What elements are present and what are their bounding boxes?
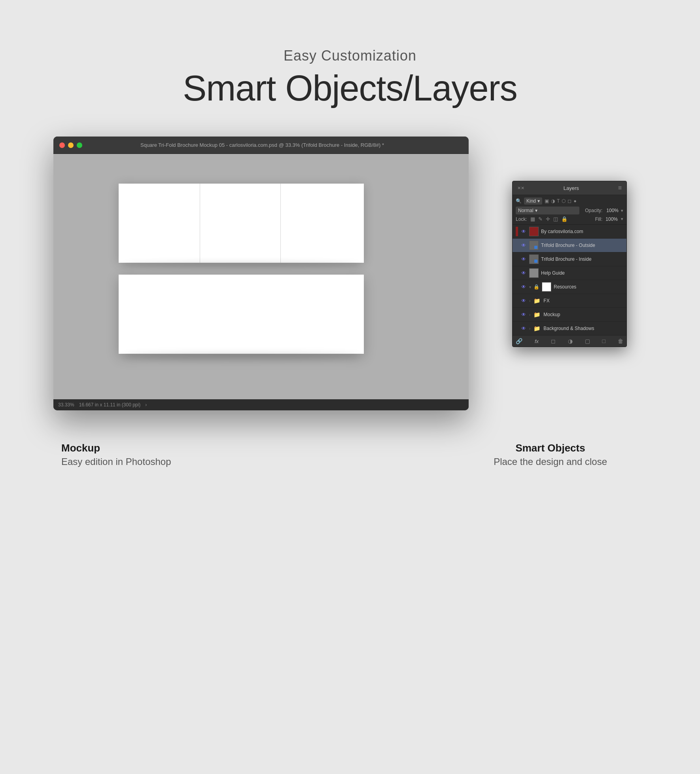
search-icon: 🔍: [516, 198, 522, 204]
layer-row[interactable]: 👁 Trifold Brochure - Inside: [513, 252, 626, 266]
layer-visibility-toggle[interactable]: 👁: [520, 229, 527, 234]
layer-chevron-icon[interactable]: ›: [529, 326, 530, 331]
header-section: Easy Customization Smart Objects/Layers: [183, 47, 517, 109]
layers-menu-icon[interactable]: ≡: [618, 184, 622, 192]
mac-statusbar: 33.33% 16.667 in x 11.11 in (300 ppi) ›: [53, 399, 469, 410]
mask-icon[interactable]: ◻: [551, 338, 556, 344]
caption-right: Smart Objects Place the design and close: [494, 442, 607, 467]
fill-value: 100%: [605, 216, 618, 222]
adjustment-icon[interactable]: ◑: [551, 198, 555, 204]
mac-window: Square Tri-Fold Brochure Mockup 05 - car…: [53, 137, 469, 410]
layer-thumbnail: [529, 254, 539, 264]
smart-object-icon[interactable]: ◻: [568, 198, 571, 204]
blend-mode-chevron: ▾: [535, 208, 537, 213]
layer-visibility-toggle[interactable]: 👁: [520, 312, 527, 317]
opacity-label: Opacity:: [585, 208, 602, 213]
effects-icon[interactable]: ●: [573, 198, 576, 204]
type-icon[interactable]: T: [557, 198, 560, 204]
layer-row[interactable]: 👁 › 📁 Background & Shadows: [513, 322, 626, 336]
fx-icon[interactable]: fx: [535, 338, 539, 344]
layer-chevron-icon[interactable]: ›: [529, 313, 530, 317]
folder-icon: 📁: [534, 325, 540, 332]
layer-color-indicator: [516, 254, 518, 264]
layer-color-indicator: [516, 227, 518, 236]
document-dimensions: 16.667 in x 11.11 in (300 ppi): [79, 402, 140, 408]
layer-name: Help Guide: [541, 270, 623, 276]
caption-right-text: Place the design and close: [494, 456, 607, 467]
caption-left: Mockup Easy edition in Photoshop: [61, 442, 171, 467]
folder-icon: 📁: [534, 311, 540, 318]
layer-thumbnail: [529, 227, 539, 236]
lock-position-icon[interactable]: ✎: [538, 216, 543, 222]
kind-label: Kind: [526, 198, 536, 204]
fill-label: Fill:: [595, 216, 603, 222]
layer-color-indicator: [516, 241, 518, 250]
shape-icon[interactable]: ⬡: [562, 198, 566, 204]
layer-name: Mockup: [543, 312, 623, 317]
caption-left-title: Mockup: [61, 442, 171, 454]
lock-pixels-icon[interactable]: ▦: [530, 216, 535, 222]
layer-row[interactable]: 👁 ▾ 🔒 Resources: [513, 280, 626, 294]
layer-name: Background & Shadows: [543, 326, 623, 331]
fill-chevron[interactable]: ▾: [621, 216, 623, 222]
lock-artboards-icon[interactable]: ✛: [546, 216, 550, 222]
lock-icon: 🔒: [534, 284, 539, 290]
layer-thumbnail: [542, 282, 551, 292]
lock-slice-icon[interactable]: ◫: [553, 216, 558, 222]
fold-line-right: [280, 184, 281, 263]
layer-chevron-icon[interactable]: ▾: [529, 285, 531, 289]
layer-visibility-toggle[interactable]: 👁: [520, 284, 527, 290]
link-icon[interactable]: 🔗: [516, 338, 522, 344]
layer-color-indicator: [516, 296, 518, 305]
layer-name: Resources: [554, 284, 623, 290]
layer-name: Trifold Brochure - Outside: [541, 243, 623, 248]
layer-visibility-toggle[interactable]: 👁: [520, 270, 527, 276]
mac-titlebar: Square Tri-Fold Brochure Mockup 05 - car…: [53, 137, 469, 154]
blend-mode-dropdown[interactable]: Normal ▾: [516, 207, 579, 214]
layer-thumbnail: [529, 241, 539, 250]
layer-row[interactable]: 👁 Trifold Brochure - Outside: [513, 239, 626, 252]
subtitle: Easy Customization: [183, 47, 517, 64]
layer-row[interactable]: 👁 › 📁 Mockup: [513, 308, 626, 322]
opacity-chevron[interactable]: ▾: [621, 208, 623, 213]
caption-right-title: Smart Objects: [494, 442, 607, 454]
layers-panel-header: ✕✕ Layers ≡: [513, 181, 626, 195]
kind-dropdown[interactable]: Kind ▾: [524, 197, 542, 205]
layer-visibility-toggle[interactable]: 👁: [520, 298, 527, 304]
delete-icon[interactable]: 🗑: [618, 338, 623, 344]
layers-toolbar: 🔍 Kind ▾ ▣ ◑ T ⬡ ◻ ● Normal ▾: [513, 195, 626, 225]
layer-visibility-toggle[interactable]: 👁: [520, 256, 527, 262]
layers-close-icon[interactable]: ✕✕: [517, 186, 524, 191]
layer-row[interactable]: 👁 › 📁 FX: [513, 294, 626, 308]
layer-chevron-icon[interactable]: ›: [529, 299, 530, 303]
blend-mode-row: Normal ▾ Opacity: 100% ▾: [516, 207, 623, 214]
blend-mode-value: Normal: [518, 208, 534, 213]
statusbar-arrow: ›: [145, 402, 147, 408]
layer-name: Trifold Brochure - Inside: [541, 256, 623, 262]
canvas-area: [53, 154, 469, 399]
main-content: Square Tri-Fold Brochure Mockup 05 - car…: [53, 137, 647, 410]
lock-label: Lock:: [516, 216, 527, 222]
lock-all-icon[interactable]: 🔒: [561, 216, 568, 222]
layer-visibility-toggle[interactable]: 👁: [520, 326, 527, 331]
layer-color-indicator: [516, 324, 518, 333]
titlebar-text: Square Tri-Fold Brochure Mockup 05 - car…: [62, 142, 463, 148]
layer-name: FX: [543, 298, 623, 304]
pixel-icon[interactable]: ▣: [545, 198, 549, 204]
layers-bottom-toolbar: 🔗 fx ◻ ◑ ▢ □ 🗑: [513, 336, 626, 347]
layer-thumbnail: [529, 268, 539, 278]
layers-panel-title: Layers: [564, 185, 579, 191]
bottom-section: Mockup Easy edition in Photoshop Smart O…: [53, 442, 647, 467]
caption-left-text: Easy edition in Photoshop: [61, 456, 171, 467]
opacity-value: 100%: [606, 208, 619, 213]
adjustment-icon[interactable]: ◑: [568, 338, 573, 344]
layer-row[interactable]: 👁 Help Guide: [513, 266, 626, 280]
layer-visibility-toggle[interactable]: 👁: [520, 243, 527, 248]
new-layer-icon[interactable]: □: [602, 338, 605, 344]
layer-row[interactable]: 👁 By carlosviloria.com: [513, 225, 626, 239]
folder-icon: 📁: [534, 298, 540, 304]
layer-color-indicator: [516, 268, 518, 278]
fold-line-left: [200, 184, 200, 263]
title: Smart Objects/Layers: [183, 68, 517, 109]
group-icon[interactable]: ▢: [585, 338, 590, 344]
